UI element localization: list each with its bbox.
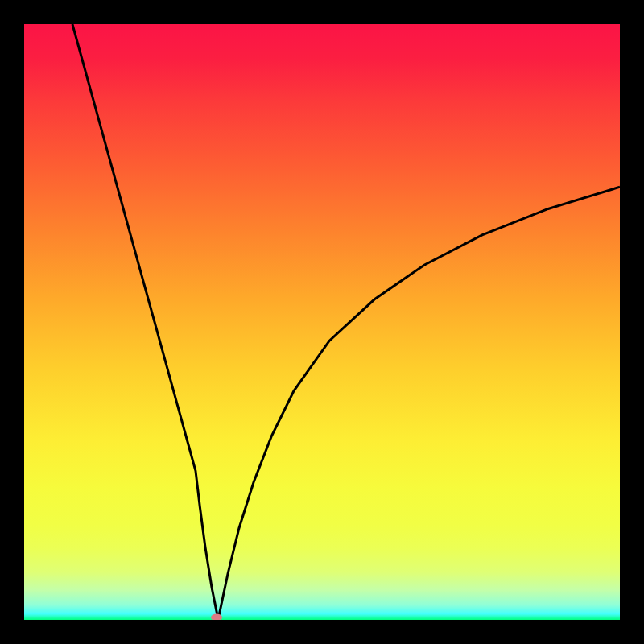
dip-marker	[211, 614, 222, 620]
plot-background	[24, 24, 620, 620]
chart-frame	[0, 0, 644, 644]
bottleneck-curve	[72, 24, 620, 619]
bottleneck-curve-svg	[24, 24, 620, 620]
